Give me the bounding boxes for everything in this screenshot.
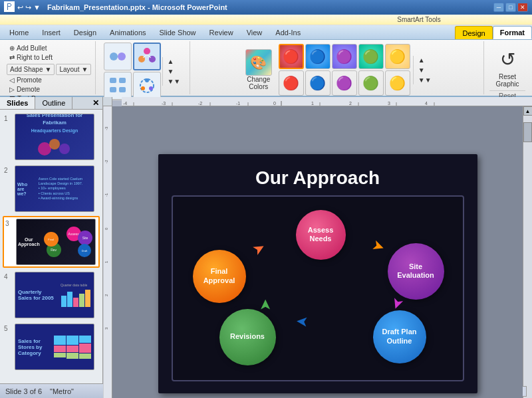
arrow-revisions-to-final: ➤ bbox=[257, 299, 274, 311]
slide-area-wrapper: -4 -3 -2 -1 0 1 2 3 4 bbox=[103, 97, 532, 383]
panel-tab-slides[interactable]: Slides bbox=[0, 97, 35, 109]
window-controls[interactable]: ─ □ ✕ bbox=[493, 3, 528, 12]
sa-node-assess[interactable]: AssessNeeds bbox=[296, 210, 346, 260]
slide-thumb-3[interactable]: 3 Our Approach Assess Site Draft Rev Fin… bbox=[3, 216, 100, 268]
slide-preview-2[interactable]: Who are we? Aaron Cole started Caelum La… bbox=[15, 165, 94, 212]
tab-smartart-format[interactable]: Format bbox=[493, 26, 532, 39]
reset-graphic-button[interactable]: ↺ Reset Graphic bbox=[489, 43, 525, 90]
layouts-dropdown[interactable]: ▼▼ bbox=[164, 77, 183, 86]
arrow-final-to-assess: ➤ bbox=[249, 238, 268, 259]
tab-home[interactable]: Home bbox=[3, 26, 35, 39]
style-icon-3[interactable]: 🟣 bbox=[332, 44, 357, 69]
svg-text:4: 4 bbox=[425, 101, 428, 106]
tab-animations[interactable]: Animations bbox=[103, 26, 152, 39]
style-icon-7[interactable]: 🔵 bbox=[305, 70, 331, 96]
smartart-tools-label: SmartArt Tools bbox=[0, 15, 532, 25]
slide-preview-1[interactable]: Sales Presentation for Fabrikam Headquar… bbox=[15, 114, 94, 160]
slide-thumb-1[interactable]: 1 Sales Presentation for Fabrikam Headqu… bbox=[3, 112, 100, 161]
minimize-button[interactable]: ─ bbox=[493, 3, 504, 12]
tab-design[interactable]: Design bbox=[67, 26, 103, 39]
slide-area-main: -3 -2 -1 0 1 2 3 Our Approach bbox=[103, 106, 532, 398]
styles-scroll-up[interactable]: ▲ bbox=[416, 56, 434, 64]
style-icon-5[interactable]: 🟡 bbox=[385, 44, 410, 69]
close-button[interactable]: ✕ bbox=[517, 3, 528, 12]
slide-thumb-5[interactable]: 5 Sales for Stores by Category bbox=[3, 322, 100, 371]
layouts-scroll-down[interactable]: ▼ bbox=[164, 67, 183, 76]
ribbon-group-reset: ↺ Reset Graphic Reset bbox=[485, 41, 529, 94]
svg-text:2: 2 bbox=[104, 294, 108, 296]
svg-text:-3: -3 bbox=[162, 101, 166, 106]
panel-tab-outline[interactable]: Outline bbox=[35, 97, 72, 109]
svg-rect-6 bbox=[110, 78, 116, 83]
scroll-up-button[interactable]: ▲ bbox=[523, 106, 533, 116]
smartart-diagram[interactable]: AssessNeeds SiteEvaluation Draft PlanOut… bbox=[172, 195, 464, 381]
tab-insert[interactable]: Insert bbox=[35, 26, 67, 39]
tab-smartart-design[interactable]: Design bbox=[455, 26, 492, 39]
svg-point-16 bbox=[59, 144, 70, 154]
svg-text:-3: -3 bbox=[104, 126, 108, 130]
slide-canvas[interactable]: Our Approach AssessNeeds SiteEvaluation bbox=[158, 154, 477, 393]
slide-preview-5[interactable]: Sales for Stores by Category bbox=[15, 324, 94, 370]
style-icon-9[interactable]: 🟢 bbox=[358, 70, 384, 96]
slide-preview-4[interactable]: Quarterly Sales for 2005 Quarter data ta… bbox=[15, 272, 94, 318]
vertical-scrollbar[interactable]: ▲ ▼ bbox=[523, 106, 532, 398]
add-shape-button[interactable]: Add Shape▼ bbox=[7, 64, 55, 75]
svg-text:1: 1 bbox=[104, 260, 108, 263]
title-bar: 🅿 ↩ ↪ ▼ Fabrikam_Presentation.pptx - Mic… bbox=[0, 0, 532, 15]
change-colors-button[interactable]: 🎨 Change Colors bbox=[241, 48, 276, 92]
layout-icon-4[interactable] bbox=[133, 72, 161, 100]
layout-icon-3[interactable] bbox=[104, 72, 132, 100]
ruler-horizontal: -4 -3 -2 -1 0 1 2 3 4 bbox=[122, 97, 532, 106]
demote-button[interactable]: ▷Demote bbox=[7, 85, 43, 94]
style-icon-4[interactable]: 🟢 bbox=[358, 44, 384, 69]
style-icon-1[interactable]: 🔴 bbox=[279, 44, 304, 69]
styles-dropdown[interactable]: ▼▼ bbox=[416, 76, 434, 84]
arrow-draft-to-revisions: ➤ bbox=[295, 312, 308, 330]
slide-thumb-4[interactable]: 4 Quarterly Sales for 2005 Quarter data … bbox=[3, 270, 100, 320]
svg-point-11 bbox=[145, 78, 149, 82]
styles-scroll-down[interactable]: ▼ bbox=[416, 66, 434, 74]
tab-slideshow[interactable]: Slide Show bbox=[153, 26, 203, 39]
slide-thumb-2[interactable]: 2 Who are we? Aaron Cole started Caelum … bbox=[3, 164, 100, 213]
layout-button[interactable]: Layout▼ bbox=[56, 64, 91, 75]
maximize-button[interactable]: □ bbox=[505, 3, 516, 12]
svg-point-0 bbox=[110, 52, 118, 60]
sa-node-final-approval[interactable]: FinalApproval bbox=[193, 250, 246, 303]
scroll-thumb-vertical[interactable] bbox=[523, 122, 532, 142]
svg-point-13 bbox=[141, 86, 145, 90]
slide-canvas-area[interactable]: Our Approach AssessNeeds SiteEvaluation bbox=[112, 106, 523, 398]
scroll-track-vertical[interactable] bbox=[523, 116, 532, 398]
layouts-area[interactable]: ▲ ▼ ▼▼ bbox=[104, 43, 183, 100]
panel-close-button[interactable]: ✕ bbox=[89, 97, 102, 109]
theme-status: "Metro" bbox=[50, 387, 74, 395]
tab-addins[interactable]: Add-Ins bbox=[269, 26, 307, 39]
ruler-vertical: -3 -2 -1 0 1 2 3 bbox=[103, 106, 112, 398]
layout-icon-2[interactable] bbox=[133, 43, 161, 70]
slide-preview-3[interactable]: Our Approach Assess Site Draft Rev Final bbox=[16, 219, 96, 265]
right-to-left-button[interactable]: ⇄Right to Left bbox=[7, 53, 55, 62]
svg-text:-1: -1 bbox=[236, 101, 240, 106]
sa-node-site-eval[interactable]: SiteEvaluation bbox=[388, 243, 444, 300]
style-icon-8[interactable]: 🟣 bbox=[332, 70, 357, 96]
svg-point-12 bbox=[149, 86, 153, 90]
svg-text:-2: -2 bbox=[198, 101, 202, 106]
add-bullet-button[interactable]: ⊕Add Bullet bbox=[7, 44, 50, 52]
panel-tabs[interactable]: Slides Outline ✕ bbox=[0, 97, 102, 110]
ribbon-group-smartart-styles: 🎨 Change Colors 🔴 🔵 🟣 🟢 🟡 🔴 🔵 🟣 🟢 bbox=[192, 41, 484, 94]
svg-point-15 bbox=[49, 139, 60, 149]
layouts-scroll-up[interactable]: ▲ bbox=[164, 57, 183, 66]
promote-button[interactable]: ◁Promote bbox=[7, 76, 45, 84]
sa-node-revisions[interactable]: Revisions bbox=[219, 309, 276, 365]
ribbon-tabs[interactable]: Home Insert Design Animations Slide Show… bbox=[0, 25, 532, 40]
slides-panel: Slides Outline ✕ 1 Sales Presentation fo… bbox=[0, 97, 103, 383]
tab-view[interactable]: View bbox=[240, 26, 269, 39]
style-icon-2[interactable]: 🔵 bbox=[305, 44, 331, 69]
tab-review[interactable]: Review bbox=[203, 26, 240, 39]
svg-text:0: 0 bbox=[104, 227, 108, 230]
layout-icon-1[interactable] bbox=[104, 43, 132, 70]
sa-node-draft-plan[interactable]: Draft PlanOutline bbox=[373, 310, 426, 363]
style-icon-6[interactable]: 🔴 bbox=[279, 70, 304, 96]
style-icon-10[interactable]: 🟡 bbox=[385, 70, 410, 96]
svg-text:3: 3 bbox=[104, 327, 108, 330]
slide-main-title: Our Approach bbox=[172, 167, 464, 189]
